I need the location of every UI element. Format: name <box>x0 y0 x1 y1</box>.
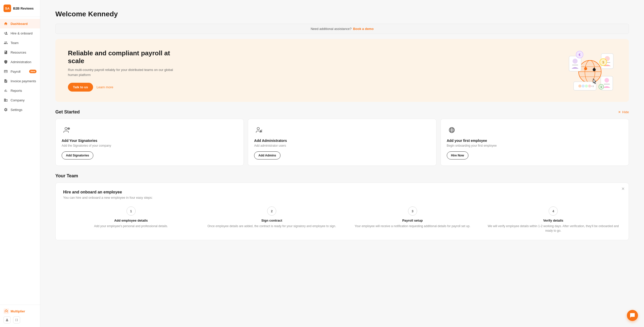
sidebar-item-invoice-label: Invoice payments <box>11 79 36 83</box>
people-icon <box>4 40 8 45</box>
talk-to-us-button[interactable]: Talk to us <box>68 83 93 92</box>
expand-button[interactable] <box>13 316 20 323</box>
svg-point-23 <box>578 85 581 88</box>
hire-card-close-button[interactable]: ✕ <box>621 187 625 191</box>
sidebar-item-resources-label: Resources <box>11 51 26 54</box>
book-icon <box>4 50 8 55</box>
your-team-title: Your Team <box>55 173 629 179</box>
credit-card-icon <box>4 69 8 74</box>
sidebar-item-dashboard-label: Dashboard <box>11 22 28 26</box>
step-2-number: 2 <box>267 207 276 216</box>
signatories-card-title: Add Your Signatories <box>62 139 237 143</box>
sidebar-item-team-label: Team <box>11 41 19 45</box>
sidebar-nav: Dashboard Hire & onboard Team Resources <box>0 17 40 305</box>
chat-button[interactable] <box>627 310 638 321</box>
sidebar-item-dashboard[interactable]: Dashboard <box>0 19 40 28</box>
step-3-number: 3 <box>408 207 417 216</box>
sidebar-item-settings[interactable]: Settings <box>0 105 40 114</box>
page-title: Welcome Kennedy <box>55 10 629 18</box>
step-1-desc: Add your employee's personal and profess… <box>94 224 168 228</box>
sidebar-item-payroll[interactable]: Payroll New <box>0 67 40 76</box>
learn-more-button[interactable]: Learn more <box>97 85 113 89</box>
hire-onboard-card: Hire and onboard an employee You can hir… <box>55 183 629 240</box>
sidebar-bottom: Multiplier <box>0 305 40 327</box>
hide-button[interactable]: ✕ Hide <box>618 110 629 114</box>
signatories-card-desc: Add the Signatories of your company <box>62 144 237 147</box>
svg-point-26 <box>588 85 591 88</box>
sidebar-item-hire-onboard-label: Hire & onboard <box>11 31 32 35</box>
main-content: Welcome Kennedy Need additional assistan… <box>40 0 644 327</box>
sidebar-item-hire-onboard[interactable]: Hire & onboard <box>0 28 40 38</box>
book-demo-link[interactable]: Book a demo <box>353 27 374 31</box>
sidebar-item-payroll-label: Payroll <box>11 70 21 73</box>
sidebar-item-resources[interactable]: Resources <box>0 48 40 57</box>
step-3-desc: Your employee will receive a notificatio… <box>355 224 470 228</box>
user-profile-button[interactable] <box>4 316 11 323</box>
svg-text:$: $ <box>602 60 604 64</box>
hire-now-button[interactable]: Hire Now <box>447 151 468 159</box>
sidebar-item-invoice-payments[interactable]: Invoice payments <box>0 76 40 86</box>
first-employee-card-desc: Begin onboarding your first employee <box>447 144 623 147</box>
step-1-number: 1 <box>127 207 136 216</box>
svg-point-34 <box>65 128 67 130</box>
bar-chart-icon <box>4 88 8 93</box>
svg-point-38 <box>257 128 259 130</box>
logo-text: B2B Reviews <box>13 7 34 10</box>
file-invoice-icon <box>4 79 8 83</box>
sidebar-item-team[interactable]: Team <box>0 38 40 48</box>
logo-mark: SA <box>4 5 11 12</box>
get-started-section-header: Get Started ✕ Hide <box>55 109 629 115</box>
step-1: 1 Add employee details Add your employee… <box>63 207 199 233</box>
close-x-icon: ✕ <box>618 110 621 114</box>
step-4-title: Verify details <box>543 219 563 222</box>
hire-card-title: Hire and onboard an employee <box>63 190 621 194</box>
shield-icon <box>4 60 8 64</box>
sidebar-item-reports[interactable]: Reports <box>0 86 40 95</box>
sidebar-item-company[interactable]: Company <box>0 95 40 105</box>
sidebar-item-administration[interactable]: Administration <box>0 57 40 67</box>
home-icon <box>4 21 8 26</box>
step-2-title: Sign contract <box>261 219 282 222</box>
sidebar-item-company-label: Company <box>11 98 25 102</box>
assistance-text: Need additional assistance? <box>311 27 352 31</box>
svg-rect-31 <box>604 84 610 85</box>
step-2: 2 Sign contract Once employee details ar… <box>204 207 340 233</box>
add-administrators-card: Add Administrators Add administrator use… <box>248 119 436 166</box>
step-4-number: 4 <box>549 207 558 216</box>
sidebar-logo: SA B2B Reviews <box>0 0 40 17</box>
svg-text:+3: +3 <box>591 85 594 88</box>
svg-point-24 <box>582 85 585 88</box>
building-icon <box>4 98 8 102</box>
svg-point-1 <box>6 311 7 312</box>
gear-icon <box>4 107 8 112</box>
step-4-desc: We will verify employee details within 1… <box>486 224 621 233</box>
payroll-badge: New <box>29 70 36 73</box>
step-3: 3 Payroll setup Your employee will recei… <box>345 207 480 233</box>
step-2-desc: Once employee details are added, the con… <box>208 224 336 228</box>
get-started-cards: Add Your Signatories Add the Signatories… <box>55 119 629 166</box>
assistance-banner: Need additional assistance? Book a demo <box>55 24 629 34</box>
person-add-icon <box>4 31 8 35</box>
svg-point-39 <box>261 131 262 132</box>
hero-actions: Talk to us Learn more <box>68 83 174 92</box>
add-admins-button[interactable]: Add Admins <box>254 151 280 159</box>
sidebar: SA B2B Reviews Dashboard Hire & onboard … <box>0 0 40 327</box>
administrators-card-desc: Add administrator users <box>254 144 430 147</box>
svg-text:€: € <box>579 53 581 57</box>
hire-card-subtitle: You can hire and onboard a new employee … <box>63 196 621 199</box>
sidebar-item-settings-label: Settings <box>11 108 22 112</box>
hero-banner: Reliable and compliant payroll at scale … <box>55 39 629 102</box>
hide-label: Hide <box>622 110 629 114</box>
svg-text:¥: ¥ <box>600 86 602 89</box>
hero-illustration: € $ +3 ¥ <box>566 49 616 92</box>
step-4: 4 Verify details We will verify employee… <box>486 207 621 233</box>
first-employee-card-title: Add your first employee <box>447 139 623 143</box>
steps-grid: 1 Add employee details Add your employee… <box>63 207 621 233</box>
add-signatories-button[interactable]: Add Signatories <box>62 151 93 159</box>
sidebar-item-administration-label: Administration <box>11 60 31 64</box>
svg-point-25 <box>585 85 588 88</box>
multiplier-brand-text: Multiplier <box>11 309 25 313</box>
sidebar-bottom-actions <box>4 316 36 323</box>
svg-point-13 <box>573 59 578 64</box>
step-1-title: Add employee details <box>114 219 148 222</box>
